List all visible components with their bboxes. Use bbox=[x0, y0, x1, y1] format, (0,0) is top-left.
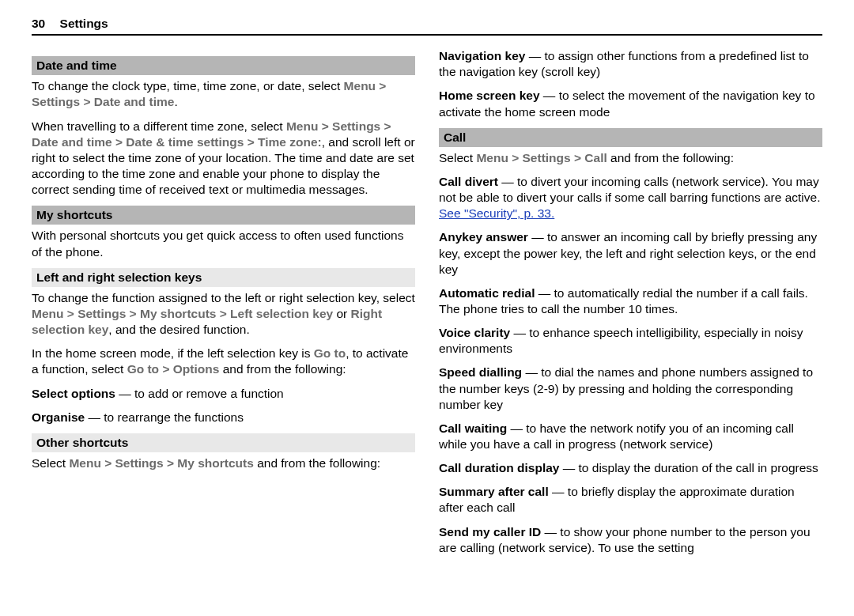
page-number: 30 bbox=[32, 16, 45, 32]
anykey-answer-item: Anykey answer — to answer an incoming ca… bbox=[439, 229, 822, 277]
other-shortcuts-p1: Select Menu > Settings > My shortcuts an… bbox=[32, 455, 415, 471]
security-link[interactable]: See "Security", p. 33. bbox=[439, 206, 554, 220]
shortcuts-intro: With personal shortcuts you get quick ac… bbox=[32, 228, 415, 259]
organise-item: Organise — to rearrange the functions bbox=[32, 410, 415, 425]
select-options-item: Select options — to add or remove a func… bbox=[32, 386, 415, 402]
left-column: Date and time To change the clock type, … bbox=[32, 48, 415, 564]
section-my-shortcuts: My shortcuts bbox=[32, 206, 415, 225]
home-screen-key-item: Home screen key — to select the movement… bbox=[439, 88, 822, 119]
subsection-other-shortcuts: Other shortcuts bbox=[32, 433, 415, 452]
subsection-lr-keys: Left and right selection keys bbox=[32, 268, 415, 287]
lr-keys-p1: To change the function assigned to the l… bbox=[32, 290, 415, 338]
call-divert-item: Call divert — to divert your incoming ca… bbox=[439, 174, 822, 221]
call-waiting-item: Call waiting — to have the network notif… bbox=[439, 421, 822, 452]
automatic-redial-item: Automatic redial — to automatically redi… bbox=[439, 285, 822, 317]
call-select-path: Select Menu > Settings > Call and from t… bbox=[439, 150, 822, 166]
chapter-title: Settings bbox=[60, 17, 108, 30]
navigation-key-item: Navigation key — to assign other functio… bbox=[439, 48, 822, 80]
date-time-p1: To change the clock type, time, time zon… bbox=[32, 78, 415, 110]
date-time-p2: When travelling to a different time zone… bbox=[32, 119, 415, 198]
right-column: Navigation key — to assign other functio… bbox=[439, 48, 822, 564]
section-date-time: Date and time bbox=[32, 56, 415, 75]
voice-clarity-item: Voice clarity — to enhance speech intell… bbox=[439, 325, 822, 357]
lr-keys-p2: In the home screen mode, if the left sel… bbox=[32, 346, 415, 377]
page-header: 30 Settings bbox=[32, 16, 822, 36]
speed-dialling-item: Speed dialling — to dial the names and p… bbox=[439, 365, 822, 412]
content-columns: Date and time To change the clock type, … bbox=[32, 48, 822, 564]
section-call: Call bbox=[439, 128, 822, 147]
summary-after-call-item: Summary after call — to briefly display … bbox=[439, 484, 822, 516]
send-caller-id-item: Send my caller ID — to show your phone n… bbox=[439, 524, 822, 556]
call-duration-item: Call duration display — to display the d… bbox=[439, 460, 822, 476]
